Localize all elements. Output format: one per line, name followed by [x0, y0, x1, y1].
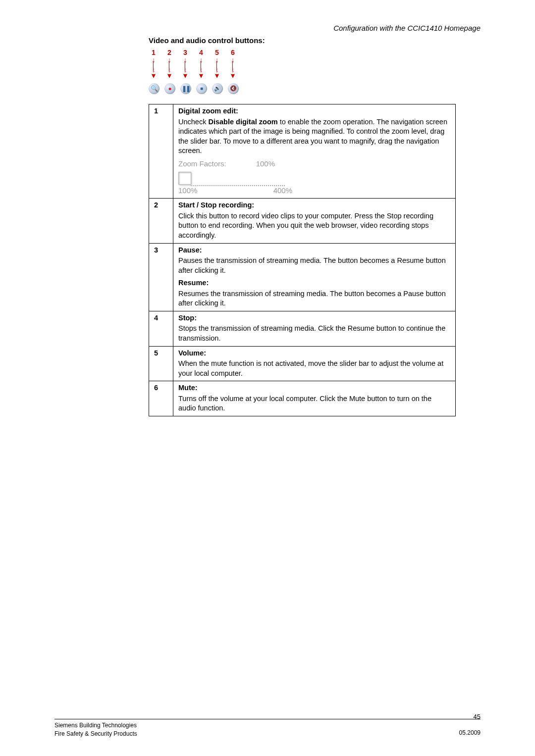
- page-footer: Siemens Building Technologies Fire Safet…: [54, 719, 481, 738]
- page-header-title: Configuration with the CCIC1410 Homepage: [54, 24, 481, 32]
- row-number: 5: [149, 346, 173, 381]
- arrowhead-icon: ▾: [228, 67, 238, 79]
- callout-3: 3: [180, 49, 190, 56]
- zoom-icon[interactable]: 🔍: [149, 83, 160, 94]
- row-title-2: Resume:: [178, 278, 450, 288]
- pause-icon[interactable]: ❚❚: [180, 83, 191, 94]
- row-body: Click this button to record video clips …: [178, 212, 433, 239]
- zoom-value: 100%: [256, 159, 275, 169]
- section-title: Video and audio control buttons:: [149, 36, 481, 45]
- row-title: Mute:: [178, 383, 450, 393]
- table-row: 3 Pause: Pauses the transmission of stre…: [149, 243, 456, 311]
- callout-1: 1: [149, 49, 159, 56]
- row-number: 6: [149, 381, 173, 416]
- row-body: Pauses the transmission of streaming med…: [178, 256, 446, 274]
- arrowhead-icon: ▾: [196, 67, 206, 79]
- callout-4: 4: [196, 49, 206, 56]
- arrowhead-icon: ▾: [212, 67, 222, 79]
- row-body: When the mute function is not activated,…: [178, 359, 443, 377]
- row-title: Stop:: [178, 313, 450, 323]
- callout-2: 2: [164, 49, 174, 56]
- row-title: Volume:: [178, 349, 450, 358]
- row-title: Digital zoom edit:: [178, 106, 450, 116]
- zoom-label: Zoom Factors:: [178, 159, 226, 169]
- row-number: 1: [149, 104, 173, 198]
- record-icon[interactable]: ●: [164, 83, 175, 94]
- row-body: Turns off the volume at your local compu…: [178, 395, 431, 412]
- control-buttons-illustration: 1 2 3 4 5 6 │ │ │ │ │ │ ▾ ▾ ▾ ▾ ▾ ▾ 🔍 ● …: [149, 49, 481, 94]
- footer-date: 05.2009: [459, 721, 481, 736]
- stop-icon[interactable]: ■: [196, 83, 207, 94]
- zoom-nav-box[interactable]: [178, 172, 191, 185]
- arrowhead-icon: ▾: [149, 67, 159, 79]
- table-row: 4 Stop: Stops the transmission of stream…: [149, 311, 456, 346]
- zoom-max: 400%: [273, 186, 292, 196]
- footer-company: Siemens Building Technologies: [54, 721, 137, 730]
- row-body-2: Resumes the transmission of streaming me…: [178, 290, 446, 307]
- table-row: 6 Mute: Turns off the volume at your loc…: [149, 381, 456, 416]
- zoom-min: 100%: [178, 186, 197, 196]
- description-table: 1 Digital zoom edit: Uncheck Disable dig…: [149, 104, 456, 416]
- row-title: Pause:: [178, 246, 450, 255]
- volume-icon[interactable]: 🔊: [212, 83, 223, 94]
- callout-6: 6: [228, 49, 238, 56]
- zoom-widget: Zoom Factors: 100% 100% 400%: [178, 159, 450, 196]
- row-number: 3: [149, 243, 173, 311]
- table-row: 1 Digital zoom edit: Uncheck Disable dig…: [149, 104, 456, 198]
- arrowhead-icon: ▾: [164, 67, 174, 79]
- mute-icon[interactable]: 🔇: [228, 83, 239, 94]
- arrowhead-icon: ▾: [180, 67, 190, 79]
- row-body: Stops the transmission of streaming medi…: [178, 324, 445, 342]
- footer-division: Fire Safety & Security Products: [54, 730, 137, 738]
- row-body: Uncheck Disable digital zoom to enable t…: [178, 118, 447, 155]
- table-row: 2 Start / Stop recording: Click this but…: [149, 199, 456, 243]
- row-number: 4: [149, 311, 173, 346]
- callout-5: 5: [212, 49, 222, 56]
- row-title: Start / Stop recording:: [178, 201, 450, 210]
- row-number: 2: [149, 199, 173, 243]
- table-row: 5 Volume: When the mute function is not …: [149, 346, 456, 381]
